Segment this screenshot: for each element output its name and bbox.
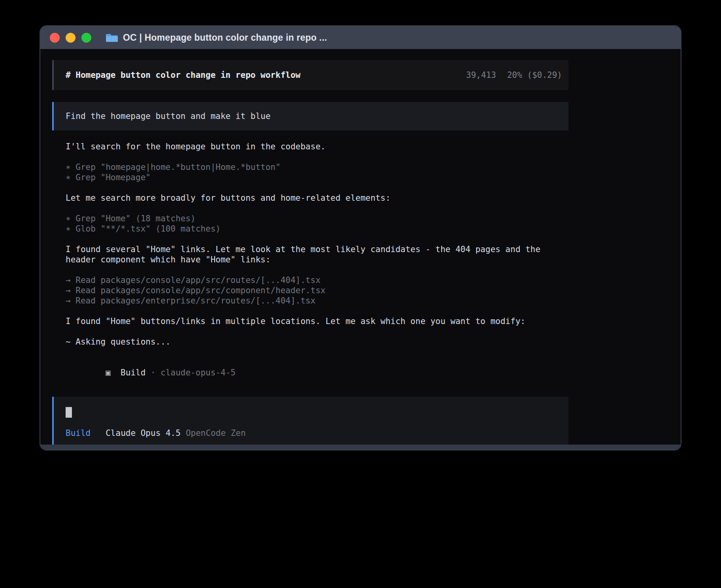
input-provider-label: OpenCode Zen: [186, 428, 246, 438]
zoom-button[interactable]: [81, 33, 91, 43]
folder-icon: [106, 33, 118, 42]
conversation-line: → Read packages/console/app/src/routes/[…: [66, 275, 570, 285]
terminal-window: OC | Homepage button color change in rep…: [40, 25, 681, 450]
window-title: OC | Homepage button color change in rep…: [123, 32, 327, 43]
conversation-line: [66, 203, 570, 213]
conversation-line: [66, 183, 570, 193]
conversation-line: I found several "Home" links. Let me loo…: [66, 244, 570, 265]
terminal-content: # Homepage button color change in repo w…: [40, 49, 681, 450]
conversation-line: → Read packages/console/app/src/componen…: [66, 285, 570, 296]
conversation-line: [66, 326, 570, 337]
conversation: I'll search for the homepage button in t…: [66, 141, 570, 357]
agent-model: claude-opus-4-5: [160, 368, 236, 377]
conversation-line: ∗ Glob "**/*.tsx" (100 matches): [66, 224, 570, 234]
conversation-line: [66, 152, 570, 162]
token-count: 39,413: [466, 70, 496, 80]
conversation-line: ∗ Grep "Homepage": [66, 172, 570, 183]
prompt-input[interactable]: Build Claude Opus 4.5 OpenCode Zen: [52, 397, 568, 445]
agent-separator: ·: [145, 368, 160, 377]
close-button[interactable]: [50, 33, 60, 43]
input-model-label: Claude Opus 4.5: [106, 428, 181, 438]
conversation-line: [66, 234, 570, 244]
titlebar: OC | Homepage button color change in rep…: [40, 26, 681, 49]
window-bottom-chrome: [40, 445, 681, 450]
input-agent-label: Build: [66, 428, 91, 438]
session-stats: 39,413 20% ($0.29): [466, 70, 562, 80]
conversation-line: [66, 265, 570, 275]
agent-name: Build: [121, 368, 145, 377]
context-usage: 20% ($0.29): [507, 70, 562, 80]
session-title: # Homepage button color change in repo w…: [66, 70, 300, 80]
conversation-line: I found "Home" buttons/links in multiple…: [66, 316, 570, 326]
conversation-line: → Read packages/enterprise/src/routes/[.…: [66, 296, 570, 306]
user-message: Find the homepage button and make it blu…: [52, 102, 568, 130]
text-cursor: [66, 407, 72, 418]
minimize-button[interactable]: [66, 33, 75, 43]
conversation-line: ∗ Grep "homepage|home.*button|Home.*butt…: [66, 162, 570, 172]
agent-status-row: ▣ Build · claude-opus-4-5: [66, 357, 570, 388]
session-header: # Homepage button color change in repo w…: [52, 60, 568, 90]
user-message-text: Find the homepage button and make it blu…: [66, 111, 270, 121]
input-status-row: Build Claude Opus 4.5 OpenCode Zen: [66, 428, 562, 438]
conversation-line: [66, 306, 570, 316]
conversation-line: ∗ Grep "Home" (18 matches): [66, 213, 570, 224]
agent-icon: ▣: [106, 368, 111, 377]
conversation-line: ~ Asking questions...: [66, 337, 570, 347]
agent-gap: [111, 368, 121, 377]
conversation-line: Let me search more broadly for buttons a…: [66, 193, 570, 203]
conversation-line: I'll search for the homepage button in t…: [66, 141, 570, 152]
conversation-line: [66, 347, 570, 357]
